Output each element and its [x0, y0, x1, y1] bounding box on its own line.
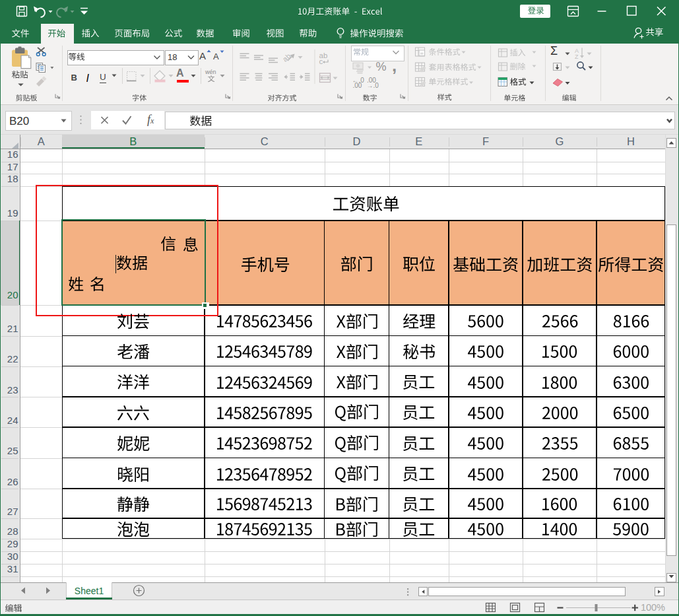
svg-text:c: c [319, 57, 323, 65]
svg-text:ab: ab [281, 52, 292, 63]
svg-text:Z: Z [575, 53, 579, 60]
